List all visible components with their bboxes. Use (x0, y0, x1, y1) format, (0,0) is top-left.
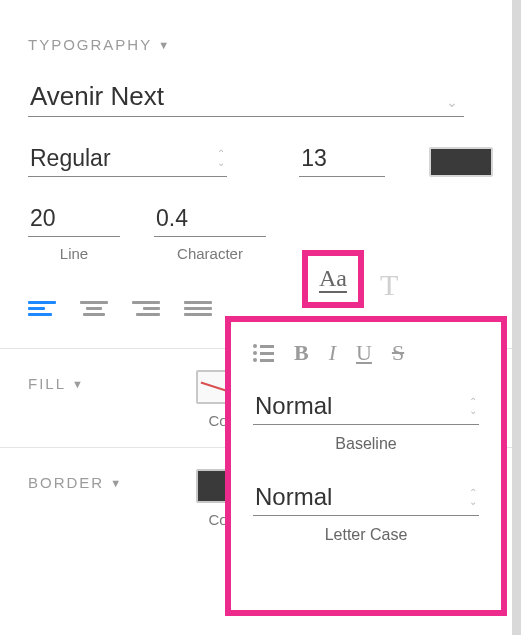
typography-section-header[interactable]: TYPOGRAPHY ▼ (28, 0, 493, 65)
font-size-field[interactable]: 13 (299, 139, 385, 177)
fill-header-label: FILL (28, 375, 66, 392)
collapse-triangle-icon: ▼ (72, 378, 85, 390)
baseline-field[interactable]: Normal ⌃⌄ (253, 388, 479, 425)
stepper-icon: ⌃⌄ (469, 488, 477, 506)
text-options-popover-highlight: B I U S Normal ⌃⌄ Baseline Normal ⌃⌄ Let… (225, 316, 507, 616)
font-family-field[interactable]: Avenir Next ⌄ (28, 75, 464, 117)
letter-case-field[interactable]: Normal ⌃⌄ (253, 479, 479, 516)
text-options-icon[interactable]: Aa (319, 266, 347, 293)
line-label: Line (28, 245, 120, 262)
font-size-value: 13 (301, 145, 327, 172)
baseline-value: Normal (255, 392, 332, 419)
chevron-down-icon: ⌄ (446, 94, 458, 110)
text-color-swatch[interactable] (429, 147, 493, 177)
letter-case-label: Letter Case (253, 526, 479, 544)
font-weight-value: Regular (30, 145, 111, 172)
bold-button[interactable]: B (294, 340, 309, 366)
font-weight-field[interactable]: Regular ⌃⌄ (28, 139, 227, 177)
scrollbar-track[interactable] (512, 0, 521, 635)
font-family-value: Avenir Next (30, 81, 164, 112)
align-left-button[interactable] (28, 298, 56, 318)
stepper-icon: ⌃⌄ (217, 149, 225, 167)
line-height-field[interactable]: 20 (28, 199, 120, 237)
align-right-button[interactable] (132, 298, 160, 318)
character-spacing-value: 0.4 (156, 205, 188, 232)
strikethrough-button[interactable]: S (392, 340, 404, 366)
character-spacing-field[interactable]: 0.4 (154, 199, 266, 237)
italic-button[interactable]: I (329, 340, 336, 366)
align-center-button[interactable] (80, 298, 108, 318)
collapse-triangle-icon: ▼ (158, 39, 171, 51)
letter-case-value: Normal (255, 483, 332, 510)
list-icon[interactable] (253, 344, 274, 362)
typography-header-label: TYPOGRAPHY (28, 36, 152, 53)
line-height-value: 20 (30, 205, 56, 232)
align-justify-button[interactable] (184, 298, 212, 318)
stepper-icon: ⌃⌄ (469, 397, 477, 415)
character-label: Character (154, 245, 266, 262)
border-header-label: BORDER (28, 474, 104, 491)
collapse-triangle-icon: ▼ (110, 477, 123, 489)
baseline-label: Baseline (253, 435, 479, 453)
underline-button[interactable]: U (356, 340, 372, 366)
text-options-button-highlight: Aa (302, 250, 364, 308)
